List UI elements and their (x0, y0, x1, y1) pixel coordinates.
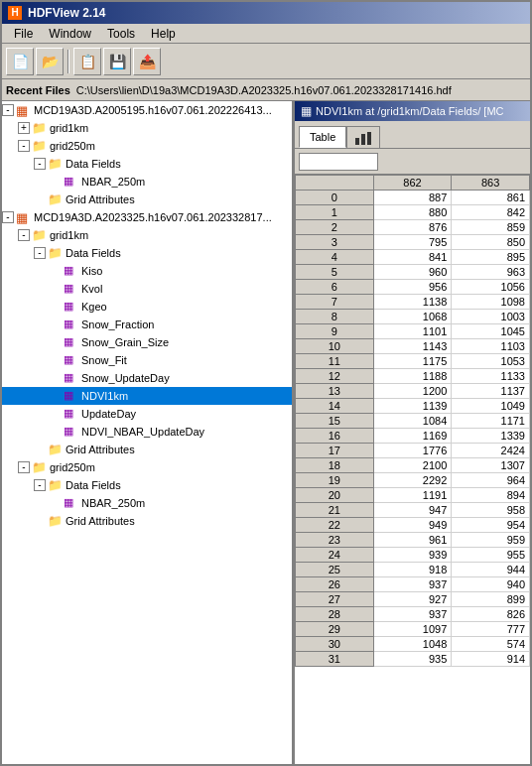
data-window-title: ▦ NDVI1km at /grid1km/Data Fields/ [MC (295, 101, 530, 121)
hdf-icon-2: ▦ (16, 210, 32, 224)
chart-icon (353, 130, 373, 146)
expand-grid1km-2[interactable]: - (18, 229, 30, 241)
tree-file-1[interactable]: - ▦ MCD19A3D.A2005195.h16v07.061.2022264… (2, 101, 292, 119)
ndvi-nbar-updateday-label: NDVI_NBAR_UpdateDay (81, 426, 204, 438)
dataset-icon: ▦ (64, 335, 79, 349)
expand-df-2[interactable]: - (34, 247, 46, 259)
expand-file-2[interactable]: - (2, 211, 14, 223)
tab-chart[interactable] (346, 126, 380, 148)
menu-window[interactable]: Window (41, 25, 99, 43)
tree-ndvi1km[interactable]: ▦ NDVI1km (2, 387, 292, 405)
tree-nbar-250m-1[interactable]: ▦ NBAR_250m (2, 173, 292, 191)
row-index: 29 (296, 622, 374, 637)
cell-value: 1056 (452, 280, 530, 295)
tree-snow-grain[interactable]: ▦ Snow_Grain_Size (2, 333, 292, 351)
menu-tools[interactable]: Tools (99, 25, 143, 43)
folder-icon: 📁 (48, 192, 64, 206)
tree-kiso[interactable]: ▦ Kiso (2, 262, 292, 280)
gridattr-3-label: Grid Attributes (66, 515, 135, 527)
tree-grid1km-1[interactable]: + 📁 grid1km (2, 119, 292, 137)
table-row: 911011045 (296, 324, 530, 339)
table-row: 28937826 (296, 607, 530, 622)
expand-grid250m-2[interactable]: - (18, 461, 30, 473)
cell-value: 795 (373, 235, 452, 250)
expand-df-3[interactable]: - (34, 479, 46, 491)
tree-snow-updateday[interactable]: ▦ Snow_UpdateDay (2, 369, 292, 387)
dataset-icon: ▦ (64, 425, 79, 439)
tree-datafields-3[interactable]: - 📁 Data Fields (2, 476, 292, 494)
cell-value: 1200 (373, 384, 452, 399)
tree-gridattr-2[interactable]: 📁 Grid Attributes (2, 441, 292, 458)
cell-value: 963 (452, 265, 530, 280)
cell-value: 850 (452, 235, 530, 250)
table-row: 1717762424 (296, 444, 530, 458)
cell-value: 1053 (452, 354, 530, 369)
table-row: 4841895 (296, 250, 530, 265)
menu-help[interactable]: Help (143, 25, 184, 43)
dataset-icon: ▦ (64, 264, 79, 278)
tree-gridattr-1[interactable]: 📁 Grid Attributes (2, 191, 292, 208)
row-index: 24 (296, 548, 374, 563)
folder-icon: 📁 (48, 443, 64, 456)
tree-kgeo[interactable]: ▦ Kgeo (2, 298, 292, 316)
cell-value: 949 (373, 518, 452, 533)
cell-value: 1048 (373, 637, 452, 652)
row-index: 19 (296, 473, 374, 488)
folder-icon: 📁 (32, 121, 48, 135)
file-2-label: MCD19A3D.A2023325.h16v07.061.202332817..… (34, 211, 272, 223)
dataset-icon: ▦ (64, 300, 79, 314)
cell-value: 777 (452, 622, 530, 637)
row-index: 10 (296, 339, 374, 354)
cell-value: 1143 (373, 339, 452, 354)
kvol-label: Kvol (81, 283, 102, 295)
export-button[interactable]: 📤 (133, 48, 161, 75)
cell-value: 880 (373, 205, 452, 220)
tree-grid250m-1[interactable]: - 📁 grid250m (2, 137, 292, 155)
filter-input[interactable] (299, 153, 378, 171)
save-button[interactable]: 💾 (103, 48, 131, 75)
tree-datafields-2[interactable]: - 📁 Data Fields (2, 244, 292, 262)
recent-files-path[interactable]: C:\Users\lien\D\19a3\MCD19A3D.A2023325.h… (76, 84, 452, 96)
cell-value: 899 (452, 592, 530, 607)
row-index: 5 (296, 265, 374, 280)
cell-value: 1133 (452, 369, 530, 384)
title-bar: H HDFView 2.14 (2, 2, 530, 24)
menu-file[interactable]: File (6, 25, 41, 43)
table-row: 5960963 (296, 265, 530, 280)
snow-updateday-label: Snow_UpdateDay (81, 372, 170, 384)
snow-fraction-label: Snow_Fraction (81, 319, 154, 330)
tree-datafields-1[interactable]: - 📁 Data Fields (2, 155, 292, 173)
tree-ndvi-nbar-updateday[interactable]: ▦ NDVI_NBAR_UpdateDay (2, 423, 292, 441)
open-button[interactable]: 📂 (36, 48, 64, 75)
cell-value: 1307 (452, 458, 530, 473)
tree-grid250m-2[interactable]: - 📁 grid250m (2, 458, 292, 476)
cell-value: 2292 (373, 473, 452, 488)
info-button[interactable]: 📋 (73, 48, 101, 75)
tree-gridattr-3[interactable]: 📁 Grid Attributes (2, 512, 292, 530)
row-index: 22 (296, 518, 374, 533)
expand-grid250m-1[interactable]: - (18, 140, 30, 152)
table-row: 24939955 (296, 548, 530, 563)
cell-value: 935 (373, 652, 452, 667)
expand-df-1[interactable]: - (34, 158, 46, 170)
tree-nbar-250m-2[interactable]: ▦ NBAR_250m (2, 494, 292, 512)
cell-value: 1171 (452, 414, 530, 429)
cell-value: 894 (452, 488, 530, 503)
expand-grid1km-1[interactable]: + (18, 122, 30, 134)
dataset-icon: ▦ (64, 282, 79, 296)
cell-value: 841 (373, 250, 452, 265)
cell-value: 1339 (452, 429, 530, 444)
table-row: 1821001307 (296, 458, 530, 473)
new-button[interactable]: 📄 (6, 48, 34, 75)
tree-updateday[interactable]: ▦ UpdateDay (2, 405, 292, 423)
tree-grid1km-2[interactable]: - 📁 grid1km (2, 226, 292, 244)
tree-snow-fit[interactable]: ▦ Snow_Fit (2, 351, 292, 369)
table-row: 301048574 (296, 637, 530, 652)
tree-file-2[interactable]: - ▦ MCD19A3D.A2023325.h16v07.061.2023328… (2, 208, 292, 226)
tree-kvol[interactable]: ▦ Kvol (2, 280, 292, 298)
tab-table[interactable]: Table (299, 126, 346, 148)
expand-icon-1[interactable]: - (2, 104, 14, 116)
dataset-icon: ▦ (64, 371, 79, 385)
tree-snow-fraction[interactable]: ▦ Snow_Fraction (2, 316, 292, 333)
table-row: 21947958 (296, 503, 530, 518)
